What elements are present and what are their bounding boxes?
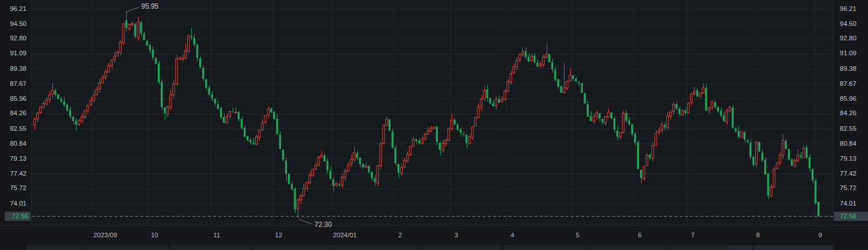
- bottom-pane-strip-highlight: [729, 245, 833, 250]
- candle-body-down: [368, 166, 370, 172]
- candle-body-down: [575, 79, 577, 82]
- candle-body-down: [232, 112, 233, 112]
- bottom-pane-strip-divider: [753, 245, 754, 250]
- candle: [57, 94, 59, 99]
- candle-body-down: [560, 86, 562, 93]
- bottom-pane-strip-divider: [502, 245, 503, 250]
- candle-body-down: [285, 161, 287, 174]
- bottom-pane-strip-divider: [586, 245, 587, 250]
- candle-body-down: [533, 56, 535, 62]
- y-axis-tick-label: 74.01: [10, 200, 26, 207]
- x-axis-tick-label: 12: [275, 232, 283, 238]
- y-axis-tick-label: 94.50: [10, 20, 26, 27]
- x-axis-tick-label: 4: [511, 232, 515, 238]
- candle-body-down: [525, 51, 526, 57]
- candle-body-down: [436, 127, 438, 142]
- candle-body-down: [155, 58, 157, 64]
- candle-body-down: [252, 143, 254, 144]
- candle-body-down: [161, 82, 162, 107]
- x-axis-tick-label: 2024/01: [333, 232, 357, 238]
- candle-body-down: [134, 24, 136, 37]
- y-axis-tick-label: 89.38: [840, 65, 856, 72]
- low-annotation-label: 72.30: [314, 221, 332, 229]
- candle-body-down: [249, 140, 251, 142]
- candle-body-down: [788, 149, 790, 160]
- candle-body-down: [146, 41, 148, 46]
- candle-body-down: [463, 134, 464, 135]
- candle: [294, 187, 295, 213]
- candle: [288, 173, 290, 184]
- candle-body-down: [764, 160, 766, 175]
- candle: [759, 142, 760, 151]
- candle-body-down: [288, 174, 290, 184]
- candle-body-down: [279, 135, 281, 149]
- candle-body-down: [164, 108, 165, 113]
- candle-body-down: [149, 45, 151, 50]
- candle-body-down: [814, 181, 816, 204]
- candle-body-down: [374, 178, 376, 182]
- candle-body-down: [578, 82, 579, 84]
- candle-body-down: [746, 140, 748, 142]
- y-axis-tick-label: 92.80: [10, 35, 26, 41]
- bottom-pane-strip-divider: [168, 245, 169, 250]
- x-axis-tick-label: 11: [213, 232, 220, 238]
- candle-body-down: [749, 142, 751, 157]
- candle-body-down: [628, 120, 630, 124]
- candle-body-down: [465, 135, 467, 143]
- candle-body-down: [626, 113, 627, 121]
- candle-body-down: [270, 108, 272, 112]
- candle-body-down: [223, 117, 225, 123]
- candle-body-down: [202, 68, 204, 79]
- candle-body-down: [327, 161, 328, 170]
- candle-body-down: [684, 111, 686, 113]
- candle-body-down: [735, 128, 737, 132]
- candle-body-down: [528, 56, 529, 61]
- candle: [817, 202, 819, 217]
- candle-body-down: [498, 99, 500, 103]
- candle-body-down: [415, 139, 417, 142]
- candle-body-down: [247, 136, 248, 140]
- candle-body-down: [457, 125, 458, 130]
- y-axis-tick-label: 87.67: [840, 80, 856, 87]
- y-axis-tick-label: 74.01: [840, 200, 856, 207]
- candle: [560, 85, 562, 93]
- x-axis-tick-label: 6: [638, 232, 641, 238]
- y-axis-tick-label: 84.26: [840, 109, 856, 116]
- bottom-pane-strip-divider: [669, 245, 670, 250]
- candlestick-chart[interactable]: 96.2194.5092.8091.0989.3887.6785.9684.26…: [0, 0, 868, 250]
- candle-body-down: [220, 108, 222, 118]
- candle-body-down: [397, 164, 399, 173]
- candle-body-down: [140, 22, 142, 33]
- candle-body-down: [194, 38, 195, 45]
- candle-body-down: [211, 94, 213, 99]
- candlestick-chart-panel[interactable]: 96.2194.5092.8091.0989.3887.6785.9684.26…: [0, 0, 868, 250]
- candle-body-down: [152, 50, 154, 58]
- candle-body-down: [785, 141, 787, 149]
- candle-body-down: [809, 157, 810, 169]
- candle: [705, 85, 707, 111]
- candle-body-down: [241, 119, 242, 128]
- y-axis-tick-label: 82.55: [10, 125, 26, 132]
- candle-body-down: [717, 107, 719, 112]
- candle: [155, 58, 157, 65]
- candle-body-down: [817, 202, 819, 216]
- candle: [548, 54, 550, 63]
- candle-body-down: [572, 75, 574, 79]
- candle-body-down: [723, 115, 725, 121]
- y-axis-tick-label: 91.09: [10, 50, 26, 56]
- current-price-label: 72.56: [12, 213, 28, 219]
- candle-body-down: [649, 154, 651, 158]
- candle-body-down: [418, 141, 420, 143]
- candle-body-down: [744, 132, 745, 139]
- candle-body-down: [800, 156, 802, 157]
- candle-body-down: [696, 90, 698, 96]
- bottom-pane-strip[interactable]: [26, 245, 833, 250]
- candle-body-down: [761, 153, 763, 161]
- y-axis-tick-label: 91.09: [840, 50, 856, 56]
- candle-body-down: [66, 105, 68, 111]
- x-axis-tick-label: 7: [691, 232, 695, 238]
- current-price-tag-right: 72.56: [834, 212, 868, 221]
- candle: [146, 40, 148, 46]
- candle-body-down: [395, 147, 396, 163]
- candle-body-down: [812, 169, 813, 180]
